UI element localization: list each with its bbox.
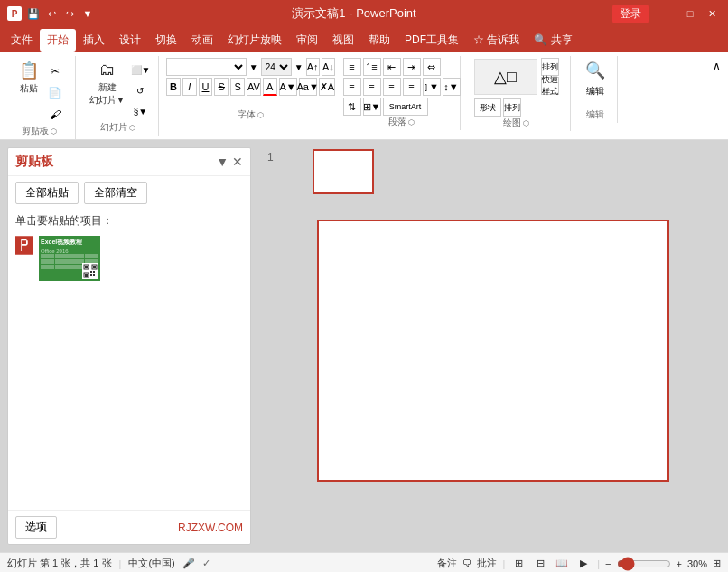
- decrease-indent-button[interactable]: ⇤: [383, 58, 401, 76]
- minimize-button[interactable]: ─: [659, 5, 677, 23]
- svg-rect-1: [85, 266, 88, 268]
- align-center-button[interactable]: ≡: [363, 78, 381, 96]
- numbered-list-button[interactable]: 1≡: [363, 58, 381, 76]
- align-left-button[interactable]: ≡: [343, 78, 361, 96]
- strikethrough-button[interactable]: S: [214, 78, 229, 96]
- menu-design[interactable]: 设计: [112, 29, 148, 52]
- quick-styles-button[interactable]: 快速样式: [541, 77, 559, 95]
- ribbon-collapse-button[interactable]: ∧: [709, 56, 724, 76]
- italic-button[interactable]: I: [182, 78, 197, 96]
- paste-button[interactable]: 📋 粘贴: [14, 58, 43, 98]
- cut-button[interactable]: ✂: [45, 61, 65, 81]
- undo-icon[interactable]: ↩: [43, 5, 60, 22]
- font-family-select[interactable]: [166, 58, 247, 76]
- clipboard-options-button[interactable]: 选项: [15, 516, 57, 539]
- shape-arrange-button[interactable]: 排列: [541, 58, 559, 76]
- redo-icon[interactable]: ↪: [61, 5, 78, 22]
- shadow-button[interactable]: S: [230, 78, 245, 96]
- paste-all-button[interactable]: 全部粘贴: [15, 182, 79, 204]
- menu-slideshow[interactable]: 幻灯片放映: [220, 29, 289, 52]
- clipboard-close-button[interactable]: ✕: [232, 155, 243, 169]
- menu-file[interactable]: 文件: [4, 29, 40, 52]
- close-button[interactable]: ✕: [703, 5, 721, 23]
- shapes-gallery[interactable]: △□: [474, 59, 537, 95]
- clipboard-panel: 剪贴板 ▼ ✕ 全部粘贴 全部清空 单击要粘贴的项目： 🅿 Excel视频教程 …: [7, 147, 251, 545]
- slides-label: 幻灯片 ⬡: [78, 121, 158, 134]
- ribbon-group-slides: 🗂 新建 幻灯片▼ ⬜▼ ↺ §▼ 幻灯片 ⬡: [78, 56, 159, 136]
- layout-button[interactable]: ⬜▼: [130, 60, 150, 80]
- notes-button[interactable]: 备注: [437, 557, 457, 570]
- justify-button[interactable]: ≡: [403, 78, 421, 96]
- fontcase-button[interactable]: Aa▼: [299, 78, 317, 96]
- menu-transitions[interactable]: 切换: [148, 29, 184, 52]
- line-spacing-button[interactable]: ↕▼: [443, 78, 461, 96]
- align-right-button[interactable]: ≡: [383, 78, 401, 96]
- clipboard-items: 🅿 Excel视频教程 Office 2016: [8, 232, 250, 510]
- new-slide-button[interactable]: 🗂 新建 幻灯片▼: [86, 58, 129, 109]
- ribbon-group-paragraph: ≡ 1≡ ⇤ ⇥ ⇔ ≡ ≡ ≡ ≡ ⫿▼ ↕▼ ⇅ ⊞▼ Smar: [343, 56, 461, 130]
- increase-font-button[interactable]: A↑: [306, 58, 320, 76]
- save-icon[interactable]: 💾: [25, 5, 42, 22]
- columns-button[interactable]: ⫿▼: [423, 78, 441, 96]
- highlight-button[interactable]: A▼: [279, 78, 297, 96]
- title-bar-left: P 💾 ↩ ↪ ▼: [7, 5, 96, 22]
- clipboard-footer: 选项 RJZXW.COM: [8, 510, 250, 544]
- fit-button[interactable]: ⊞: [713, 558, 721, 569]
- slideshow-button[interactable]: ▶: [575, 556, 592, 572]
- reading-view-button[interactable]: 📖: [554, 556, 570, 572]
- bullet-list-button[interactable]: ≡: [343, 58, 361, 76]
- menu-help[interactable]: 帮助: [361, 29, 397, 52]
- zoom-out-button[interactable]: −: [605, 558, 611, 569]
- zoom-in-button[interactable]: +: [677, 558, 682, 569]
- reset-button[interactable]: ↺: [130, 80, 150, 100]
- fontcolor-button[interactable]: A: [263, 78, 277, 96]
- clear-all-button[interactable]: 全部清空: [84, 182, 147, 204]
- customize-icon[interactable]: ▼: [79, 5, 96, 22]
- bold-button[interactable]: B: [166, 78, 181, 96]
- rtl-button[interactable]: ⇔: [423, 58, 441, 76]
- copy-button[interactable]: 📄: [45, 83, 65, 103]
- login-button[interactable]: 登录: [612, 5, 649, 23]
- slide-thumbnail-small[interactable]: [313, 149, 374, 194]
- format-painter-button[interactable]: 🖌: [45, 105, 65, 125]
- section-button[interactable]: §▼: [130, 101, 150, 121]
- clipboard-item-excel-thumb[interactable]: Excel视频教程 Office 2016: [39, 236, 100, 281]
- menu-animations[interactable]: 动画: [184, 29, 220, 52]
- svg-rect-8: [90, 274, 92, 276]
- main-area: 剪贴板 ▼ ✕ 全部粘贴 全部清空 单击要粘贴的项目： 🅿 Excel视频教程 …: [0, 140, 728, 552]
- menu-home[interactable]: 开始: [40, 29, 76, 52]
- font-size-select[interactable]: 24: [261, 58, 292, 76]
- comments-button[interactable]: 批注: [477, 557, 497, 570]
- clearformat-button[interactable]: ✗A: [319, 78, 335, 96]
- smartart-button[interactable]: SmartArt: [383, 98, 428, 116]
- text-direction-button[interactable]: ⇅: [343, 98, 361, 116]
- shape-outline-button[interactable]: 排列: [503, 98, 521, 117]
- menu-pdf[interactable]: PDF工具集: [397, 29, 466, 52]
- ribbon-group-font: ▼ 24 ▼ A↑ A↓ B I U S S AV A A▼: [161, 56, 341, 123]
- menu-review[interactable]: 审阅: [289, 29, 325, 52]
- increase-indent-button[interactable]: ⇥: [403, 58, 421, 76]
- normal-view-button[interactable]: ⊞: [510, 556, 527, 572]
- menu-view[interactable]: 视图: [325, 29, 361, 52]
- align-text-button[interactable]: ⊞▼: [363, 98, 381, 116]
- menu-insert[interactable]: 插入: [76, 29, 112, 52]
- find-button[interactable]: 🔍: [581, 58, 610, 83]
- charspace-button[interactable]: AV: [247, 78, 261, 96]
- maximize-button[interactable]: □: [681, 5, 699, 23]
- slide-count-info: 幻灯片 第 1 张，共 1 张: [7, 557, 112, 570]
- clipboard-menu-button[interactable]: ▼: [216, 155, 229, 169]
- ribbon-group-editing: 🔍 编辑 编辑: [573, 56, 618, 123]
- zoom-level: 30%: [687, 558, 707, 569]
- zoom-slider[interactable]: [617, 558, 671, 569]
- status-right: 备注 🗨 批注 | ⊞ ⊟ 📖 ▶ | − + 30% ⊞: [437, 556, 721, 572]
- slide-sorter-button[interactable]: ⊟: [532, 556, 548, 572]
- menu-tell-me[interactable]: ☆ 告诉我: [466, 29, 527, 52]
- shape-fill-button[interactable]: 形状: [474, 98, 501, 117]
- slide-main-canvas[interactable]: [317, 220, 669, 482]
- editing-label: 编辑: [573, 108, 617, 121]
- clipboard-link[interactable]: RJZXW.COM: [178, 521, 243, 534]
- decrease-font-button[interactable]: A↓: [322, 58, 335, 76]
- menu-share[interactable]: 🔍 共享: [527, 29, 579, 52]
- clipboard-header: 剪贴板 ▼ ✕: [8, 148, 250, 176]
- underline-button[interactable]: U: [199, 78, 213, 96]
